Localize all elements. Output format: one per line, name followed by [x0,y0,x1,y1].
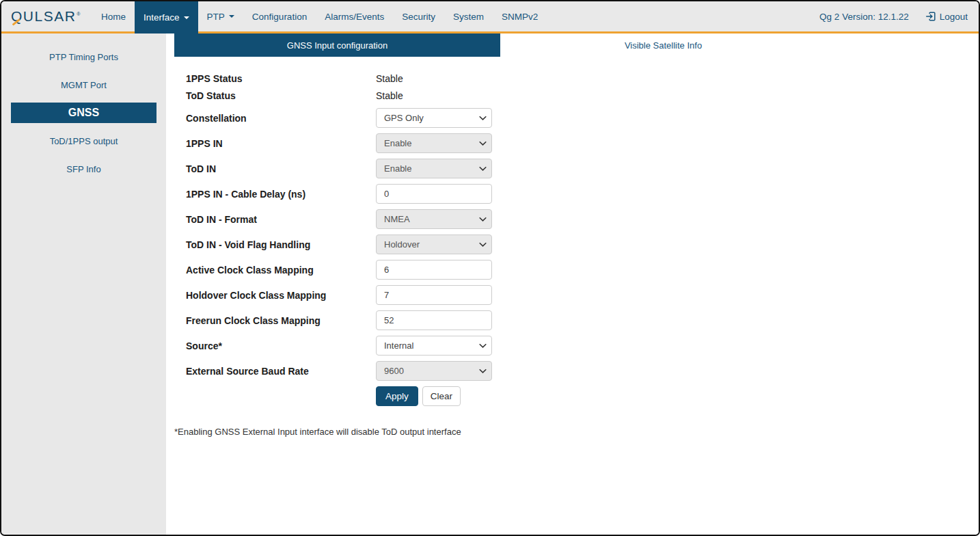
source-select-wrap: Internal [376,336,492,356]
form-row-1pps-status: 1PPS StatusStable [186,70,979,87]
external-source-baud-rate-select-wrap: 9600 [376,361,492,381]
form-footnote: *Enabling GNSS External Input interface … [174,427,979,437]
external-source-baud-rate-select: 9600 [376,361,492,381]
gnss-tabs: GNSS Input configurationVisible Satellit… [174,34,826,57]
nav-item-label: Home [101,12,126,22]
source-select[interactable]: Internal [376,336,492,356]
constellation-select-wrap: GPS Only [376,108,492,128]
tod-status-label: ToD Status [186,90,376,101]
chevron-down-icon [229,15,234,18]
form-row-constellation: ConstellationGPS Only [186,108,979,128]
form-row-tod-in: ToD INEnable [186,159,979,178]
form-row-1pps-in-cable-delay-ns: 1PPS IN - Cable Delay (ns) [186,184,979,204]
form-row-tod-status: ToD StatusStable [186,87,979,104]
external-source-baud-rate-label: External Source Baud Rate [186,366,376,377]
nav-item-label: SNMPv2 [502,12,538,22]
nav-item-label: Interface [144,12,180,23]
tod-in-void-flag-handling-select-wrap: Holdover [376,234,492,254]
nav-item-label: Security [402,12,435,22]
source-label: Source* [186,340,376,351]
nav-item-label: Configuration [252,12,307,22]
form-row-tod-in-format: ToD IN - FormatNMEA [186,209,979,229]
1pps-in-cable-delay-ns-label: 1PPS IN - Cable Delay (ns) [186,189,376,200]
qulsar-logo[interactable]: QULSAR ® [1,1,92,31]
logout-button[interactable]: Logout [925,11,968,22]
form-rows: 1PPS StatusStableToD StatusStableConstel… [186,70,979,406]
form-row-source: Source*Internal [186,336,979,356]
sidebar-item-sfp-info[interactable]: SFP Info [1,155,166,183]
tod-in-void-flag-handling-label: ToD IN - Void Flag Handling [186,239,376,250]
main-content: GNSS Input configurationVisible Satellit… [166,34,979,535]
tab-visible-satellite-info[interactable]: Visible Satellite Info [500,34,826,57]
freerun-clock-class-mapping-input[interactable] [376,310,492,330]
clear-button[interactable]: Clear [422,386,461,406]
apply-button[interactable]: Apply [376,386,418,406]
sidebar-item-ptp-timing-ports[interactable]: PTP Timing Ports [1,43,166,71]
qulsar-logo-text: QULSAR [11,8,76,25]
top-navbar: QULSAR ® HomeInterfacePTPConfigurationAl… [1,1,979,34]
holdover-clock-class-mapping-input-wrap [376,285,492,305]
tod-in-select-wrap: Enable [376,159,492,178]
1pps-status-value: Stable [376,73,403,84]
logout-icon [925,11,936,22]
freerun-clock-class-mapping-input-wrap [376,310,492,330]
registered-mark: ® [77,12,81,16]
tod-in-format-label: ToD IN - Format [186,214,376,225]
1pps-in-cable-delay-ns-input-wrap [376,184,492,204]
nav-item-interface[interactable]: Interface [135,1,198,34]
tod-in-format-select-wrap: NMEA [376,209,492,229]
nav-item-system[interactable]: System [444,1,493,31]
form-row-buttons: ApplyClear [186,386,979,406]
sidebar-item-tod-1pps-output[interactable]: ToD/1PPS output [1,127,166,155]
nav-item-label: Alarms/Events [325,12,384,22]
nav-item-label: System [453,12,484,22]
navbar-items: HomeInterfacePTPConfigurationAlarms/Even… [92,1,547,31]
form-row-freerun-clock-class-mapping: Freerun Clock Class Mapping [186,310,979,330]
tod-in-void-flag-handling-select: Holdover [376,234,492,254]
chevron-down-icon [184,16,189,19]
tod-in-format-select: NMEA [376,209,492,229]
constellation-select[interactable]: GPS Only [376,108,492,128]
1pps-in-select-wrap: Enable [376,133,492,153]
app-window: QULSAR ® HomeInterfacePTPConfigurationAl… [0,0,980,536]
tab-gnss-input-configuration[interactable]: GNSS Input configuration [174,34,500,57]
navbar-right: Qg 2 Version: 12.1.22 Logout [819,1,979,31]
1pps-in-label: 1PPS IN [186,138,376,149]
sidebar-item-mgmt-port[interactable]: MGMT Port [1,71,166,99]
nav-item-configuration[interactable]: Configuration [243,1,316,31]
nav-item-security[interactable]: Security [393,1,444,31]
tod-in-select: Enable [376,159,492,178]
form-row-1pps-in: 1PPS INEnable [186,133,979,153]
sidebar-item-gnss[interactable]: GNSS [11,103,156,123]
nav-item-snmpv2[interactable]: SNMPv2 [493,1,547,31]
form-row-external-source-baud-rate: External Source Baud Rate9600 [186,361,979,381]
logout-label: Logout [940,12,968,22]
nav-item-alarms-events[interactable]: Alarms/Events [316,1,393,31]
interface-sidebar: PTP Timing PortsMGMT PortGNSSToD/1PPS ou… [1,34,166,535]
active-clock-class-mapping-input-wrap [376,260,492,280]
1pps-in-cable-delay-ns-input[interactable] [376,184,492,204]
nav-item-home[interactable]: Home [92,1,135,31]
active-clock-class-mapping-label: Active Clock Class Mapping [186,265,376,276]
form-row-holdover-clock-class-mapping: Holdover Clock Class Mapping [186,285,979,305]
nav-item-label: PTP [207,12,225,22]
holdover-clock-class-mapping-label: Holdover Clock Class Mapping [186,290,376,301]
gnss-input-form: 1PPS StatusStableToD StatusStableConstel… [166,57,979,437]
form-row-active-clock-class-mapping: Active Clock Class Mapping [186,260,979,280]
holdover-clock-class-mapping-input[interactable] [376,285,492,305]
active-clock-class-mapping-input[interactable] [376,260,492,280]
1pps-in-select: Enable [376,133,492,153]
tod-in-label: ToD IN [186,163,376,174]
form-buttons: ApplyClear [376,386,461,406]
1pps-status-label: 1PPS Status [186,73,376,84]
form-row-tod-in-void-flag-handling: ToD IN - Void Flag HandlingHoldover [186,234,979,254]
tod-status-value: Stable [376,90,403,101]
nav-item-ptp[interactable]: PTP [198,1,243,31]
freerun-clock-class-mapping-label: Freerun Clock Class Mapping [186,315,376,326]
device-version-label: Qg 2 Version: 12.1.22 [819,12,909,22]
constellation-label: Constellation [186,113,376,124]
